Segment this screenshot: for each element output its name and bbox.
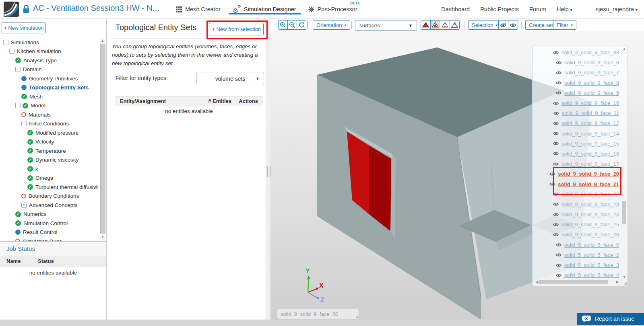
zoom-in-button[interactable] [278,20,288,30]
orientation-dropdown[interactable]: Orientation ▾ [313,20,350,30]
face-list-item[interactable]: solid_9_solid_9_face_20 [534,169,621,179]
select-nodes-button[interactable] [450,20,460,30]
eye-icon[interactable] [549,182,555,186]
face-list-item[interactable]: solid_4_solid_4_face_33 [534,47,621,57]
tree-item[interactable]: −✓ Model [0,101,98,111]
face-list-item[interactable]: solid_9_solid_9_face_12 [534,118,621,128]
report-an-issue-button[interactable]: Report an issue [577,313,644,325]
eye-icon[interactable] [556,273,561,277]
face-link[interactable]: solid_9_solid_9_face_23 [561,201,619,207]
face-link[interactable]: solid_9_solid_9_face_6 [564,59,619,66]
tree-item[interactable]: − Initial Conditions [0,119,98,129]
collapse-icon[interactable]: − [3,40,8,45]
eye-icon[interactable] [556,253,561,257]
eye-icon[interactable] [553,121,559,125]
face-list-item[interactable]: solid_9_solid_9_face_6 [534,57,621,68]
face-name-input[interactable] [277,309,359,319]
tree-item[interactable]: Simulation Runs [0,237,98,241]
face-link[interactable]: solid_9_solid_9_face_15 [561,141,619,147]
face-list-hscrollbar[interactable]: ◀ ▶ [534,280,620,285]
face-link[interactable]: solid_5_solid_5_face_4 [564,272,619,278]
eye-icon[interactable] [553,223,559,227]
eye-icon[interactable] [556,243,561,247]
eye-icon[interactable] [553,111,559,115]
tree-item[interactable]: − Domain [0,65,98,74]
display-mode-select[interactable]: surfaces ▼ [355,20,417,31]
face-list-vscrollbar[interactable]: ▲ ▼ [621,47,627,280]
face-link[interactable]: solid_9_solid_9_face_21 [558,181,619,187]
face-link[interactable]: solid_9_solid_9_face_10 [561,100,619,106]
face-link[interactable]: solid_5_solid_5_face_0 [564,242,619,248]
eye-icon[interactable] [556,81,561,85]
eye-icon[interactable] [556,61,561,65]
refresh-view-button[interactable] [297,20,306,30]
tree-item[interactable]: ✓ Velocity [0,137,98,147]
tree-item[interactable]: ✓ Temperature [0,146,98,156]
tree-item[interactable]: Materials [0,110,98,119]
tree-item[interactable]: Geometry Primitives [0,74,98,83]
tree-item[interactable]: ✓ k [0,164,98,174]
face-list-item[interactable]: solid_5_solid_5_face_2 [534,250,621,260]
tree-item[interactable]: Boundary Conditions [0,192,98,201]
tab-mesh-creator[interactable]: Mesh Creator [176,0,221,18]
new-simulation-button[interactable]: + New simulation [2,23,46,33]
face-list-item[interactable]: solid_9_solid_9_face_15 [534,139,621,149]
scroll-down-icon[interactable]: ▼ [621,275,627,280]
face-link[interactable]: solid_9_solid_9_face_11 [562,110,619,116]
face-list-item[interactable]: solid_9_solid_9_face_14 [534,129,621,139]
nav-link-public-projects[interactable]: Public Projects [480,6,519,12]
face-link[interactable]: solid_5_solid_5_face_2 [564,252,619,258]
eye-icon[interactable] [553,101,559,105]
select-faces-button[interactable] [430,20,440,30]
face-list-item[interactable]: solid_9_solid_9_face_22 [534,189,621,199]
select-volumes-button[interactable] [421,20,431,30]
eye-icon[interactable] [549,172,555,176]
face-list-item[interactable]: solid_9_solid_9_face_24 [534,209,621,219]
face-list-item[interactable]: solid_9_solid_9_face_23 [534,199,621,209]
scroll-up-icon[interactable]: ▲ [100,39,105,43]
app-logo-icon[interactable] [4,2,19,17]
eye-icon[interactable] [553,152,559,156]
face-link[interactable]: solid_9_solid_9_face_20 [558,171,619,177]
tab-simulation-designer[interactable]: ⚙⚙ Simulation Designer [233,0,296,18]
face-link[interactable]: solid_9_solid_9_face_26 [561,232,619,238]
scroll-right-icon[interactable]: ▶ [615,280,620,285]
face-link[interactable]: solid_9_solid_9_face_24 [561,211,619,217]
show-selected-button[interactable] [508,20,518,30]
nav-link-forum[interactable]: Forum [529,6,546,12]
tab-post-processor[interactable]: Post-Processor BETA [308,0,357,18]
face-list-item[interactable]: solid_5_solid_5_face_3 [534,260,621,270]
collapse-icon[interactable]: − [15,67,21,72]
face-list-item[interactable]: solid_9_solid_9_face_11 [534,108,621,118]
viewer-scene[interactable]: Y X Z solid_4_solid_4_face_33 [270,31,644,320]
filter-dropdown[interactable]: Filter ▾ [553,20,576,30]
scrollbar-thumb[interactable] [539,280,608,284]
face-list-item[interactable]: solid_9_solid_9_face_25 [534,219,621,230]
create-set-button[interactable]: Create set [525,20,557,30]
tree-item[interactable]: ✓ Simulation Control [0,219,98,228]
face-list-item[interactable]: solid_9_solid_9_face_26 [534,230,621,240]
face-link[interactable]: solid_9_solid_9_face_9 [564,90,619,96]
scroll-up-icon[interactable]: ▲ [621,47,627,51]
face-link[interactable]: solid_9_solid_9_face_17 [561,161,619,167]
entity-type-select[interactable]: volume sets ▼ [196,72,264,85]
hide-selected-button[interactable] [498,20,508,30]
eye-icon[interactable] [553,141,559,146]
tree-item[interactable]: ✓ Modified pressure [0,128,98,137]
select-edges-button[interactable] [440,20,450,30]
face-link[interactable]: solid_4_solid_4_face_33 [561,49,619,55]
nav-link-dashboard[interactable]: Dashboard [441,6,470,12]
nav-menu-help[interactable]: Help▾ [557,6,572,12]
scrollbar-thumb[interactable] [622,201,626,224]
eye-icon[interactable] [553,213,559,217]
eye-icon[interactable] [553,233,559,237]
face-list-item[interactable]: solid_9_solid_9_face_8 [534,78,621,88]
face-list-item[interactable]: solid_9_solid_9_face_17 [534,159,621,169]
tree-item[interactable]: ✓ Numerics [0,210,98,219]
scrollbar-thumb[interactable] [100,44,105,234]
collapse-icon[interactable]: − [21,121,27,126]
face-link[interactable]: solid_5_solid_5_face_3 [564,262,619,268]
face-list-item[interactable]: solid_9_solid_9_face_21 [534,179,621,189]
user-menu[interactable]: sjesu_rajendra▾ [596,6,638,12]
tree-item[interactable]: ✓ Analysis Type [0,56,98,65]
